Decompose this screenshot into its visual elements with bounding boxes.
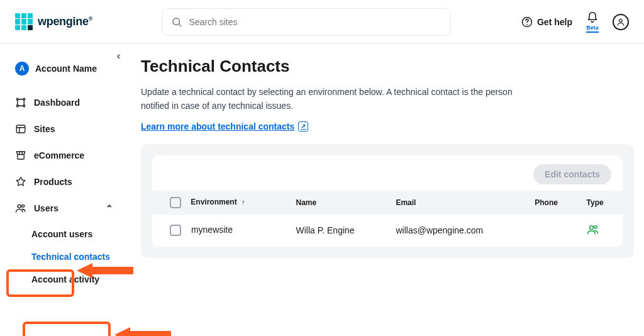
ecommerce-icon bbox=[15, 150, 26, 161]
users-subnav: Account users Technical contacts Account… bbox=[0, 223, 126, 291]
svg-point-18 bbox=[589, 226, 593, 230]
chevron-up-icon: ⌃ bbox=[106, 203, 113, 213]
col-environment[interactable]: Environment ↑ bbox=[152, 191, 288, 215]
subnav-technical-contacts[interactable]: Technical contacts bbox=[31, 245, 126, 268]
sites-icon bbox=[15, 123, 26, 135]
avatar-icon bbox=[616, 18, 625, 26]
svg-point-15 bbox=[22, 204, 25, 207]
annotation-highlight-technical-contacts bbox=[23, 322, 111, 336]
page-title: Technical Contacts bbox=[141, 57, 634, 76]
help-icon bbox=[521, 16, 533, 28]
learn-more-link[interactable]: Learn more about technical contacts ↗ bbox=[141, 121, 308, 132]
contacts-table: Environment ↑ Name Email Phone Type bbox=[152, 191, 623, 247]
collapse-sidebar-button[interactable]: ‹‹ bbox=[116, 50, 118, 62]
search-input-wrap[interactable] bbox=[162, 8, 451, 36]
cell-environment: mynewsite bbox=[191, 225, 233, 235]
page-description: Update a technical contact by selecting … bbox=[141, 85, 518, 113]
logo-mark-icon bbox=[15, 13, 33, 31]
col-name[interactable]: Name bbox=[288, 191, 388, 215]
col-type[interactable]: Type bbox=[579, 191, 623, 215]
cell-name: Willa P. Engine bbox=[288, 215, 388, 247]
learn-more-label: Learn more about technical contacts bbox=[141, 121, 294, 132]
get-help-label: Get help bbox=[537, 17, 572, 27]
search-icon bbox=[171, 16, 182, 28]
users-type-icon bbox=[587, 228, 599, 238]
notifications-button[interactable]: Beta bbox=[586, 11, 599, 33]
logo[interactable]: wpengine® bbox=[15, 13, 92, 31]
logo-text: wpengine® bbox=[38, 15, 92, 28]
svg-point-14 bbox=[18, 204, 21, 208]
main: Technical Contacts Update a technical co… bbox=[126, 44, 644, 336]
account-badge-icon: A bbox=[15, 62, 29, 76]
contacts-panel: Edit contacts Environment ↑ Name Email bbox=[141, 144, 634, 258]
profile-button[interactable] bbox=[613, 14, 629, 30]
products-icon bbox=[15, 176, 26, 188]
users-icon bbox=[15, 203, 26, 214]
svg-rect-9 bbox=[16, 125, 25, 133]
sidebar-item-label: Dashboard bbox=[34, 98, 80, 108]
table-row[interactable]: mynewsite Willa P. Engine willas@wpengin… bbox=[152, 215, 623, 247]
sidebar-item-ecommerce[interactable]: eCommerce bbox=[0, 143, 126, 167]
account-name: Account Name bbox=[35, 64, 97, 74]
get-help-button[interactable]: Get help bbox=[521, 16, 572, 28]
contacts-card: Edit contacts Environment ↑ Name Email bbox=[152, 155, 623, 247]
svg-point-4 bbox=[619, 19, 623, 22]
svg-point-19 bbox=[594, 226, 597, 228]
sidebar-item-users[interactable]: Users ⌃ bbox=[0, 196, 126, 220]
cell-email: willas@wpengine.com bbox=[388, 215, 527, 247]
sidebar-item-products[interactable]: Products bbox=[0, 170, 126, 194]
search-input[interactable] bbox=[189, 17, 441, 27]
sidebar-item-dashboard[interactable]: Dashboard bbox=[0, 91, 126, 115]
sidebar-item-sites[interactable]: Sites bbox=[0, 117, 126, 141]
bell-icon bbox=[586, 11, 599, 24]
svg-line-1 bbox=[179, 24, 181, 26]
account-selector[interactable]: A Account Name bbox=[0, 50, 126, 91]
row-checkbox[interactable] bbox=[170, 225, 181, 236]
col-phone[interactable]: Phone bbox=[527, 191, 579, 215]
external-link-icon: ↗ bbox=[298, 121, 308, 132]
sidebar-item-label: Sites bbox=[34, 124, 55, 134]
sidebar: ‹‹ A Account Name Dashboard Sites eComme… bbox=[0, 44, 126, 336]
cell-phone bbox=[527, 215, 579, 247]
subnav-account-users[interactable]: Account users bbox=[31, 223, 126, 245]
sort-ascending-icon: ↑ bbox=[242, 198, 245, 206]
col-email[interactable]: Email bbox=[388, 191, 527, 215]
dashboard-icon bbox=[15, 97, 26, 108]
sidebar-item-label: Users bbox=[34, 203, 58, 213]
subnav-account-activity[interactable]: Account activity bbox=[31, 268, 126, 291]
select-all-checkbox[interactable] bbox=[170, 197, 181, 208]
header: wpengine® Get help Beta bbox=[0, 0, 644, 44]
svg-point-3 bbox=[526, 24, 528, 25]
cell-type bbox=[579, 215, 623, 247]
sidebar-item-label: eCommerce bbox=[34, 150, 84, 160]
sidebar-item-label: Products bbox=[34, 177, 72, 187]
edit-contacts-button[interactable]: Edit contacts bbox=[533, 164, 611, 184]
beta-label: Beta bbox=[586, 25, 599, 33]
